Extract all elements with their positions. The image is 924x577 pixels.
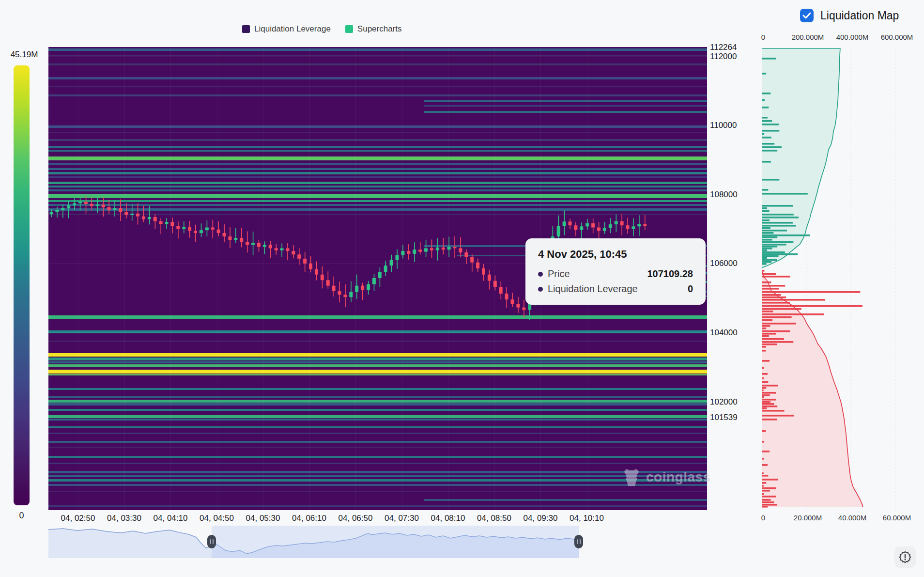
colorbar-max-label: 45.19M — [5, 50, 44, 60]
y-axis-price-label: 104000 — [710, 328, 744, 338]
navigator-selected-range[interactable] — [212, 526, 579, 558]
tooltip-timestamp: 4 Nov 2025, 10:45 — [538, 248, 693, 261]
liqmap-top-axis-label: 600.000M — [881, 33, 913, 41]
x-axis-time-label: 04, 04:10 — [154, 514, 188, 523]
navigator-handle-left[interactable] — [207, 535, 216, 548]
y-axis-price-label: 112000 — [710, 52, 744, 62]
bullet-icon — [538, 272, 543, 277]
y-axis-price-label: 106000 — [710, 259, 744, 268]
chart-legend: Liquidation Leverage Supercharts — [242, 24, 402, 34]
y-axis-price-label: 112264 — [710, 43, 744, 52]
legend-item-supercharts[interactable]: Supercharts — [345, 24, 402, 34]
liqmap-bottom-axis-label: 0 — [761, 514, 765, 522]
alert-badge-icon — [899, 551, 911, 563]
liqmap-top-axis-label: 0 — [761, 33, 765, 41]
checkbox-checked-icon[interactable] — [800, 9, 814, 22]
chart-tooltip: 4 Nov 2025, 10:45 Price 107109.28 Liquid… — [525, 238, 706, 305]
liquidation-map-toggle[interactable]: Liquidation Map — [800, 9, 899, 22]
liqmap-top-axis-label: 200.000M — [792, 33, 824, 41]
x-axis-time-label: 04, 06:10 — [292, 514, 326, 523]
legend-label: Liquidation Leverage — [254, 24, 331, 34]
watermark-text: coinglass — [646, 469, 711, 485]
x-axis-time-label: 04, 03:30 — [107, 514, 141, 523]
range-navigator[interactable] — [48, 526, 579, 558]
x-axis-time-label: 04, 07:30 — [385, 514, 419, 523]
liqmap-bottom-axis-label: 20.000M — [794, 514, 822, 522]
legend-swatch-green — [345, 25, 353, 33]
coinglass-bear-logo-icon — [621, 467, 642, 488]
y-axis-price-label: 110000 — [710, 121, 744, 130]
tooltip-row-liquidation-leverage: Liquidation Leverage 0 — [538, 283, 693, 295]
legend-item-liquidation-leverage[interactable]: Liquidation Leverage — [242, 24, 331, 34]
y-axis-price-label: 102000 — [710, 397, 744, 407]
x-axis-time-label: 04, 09:30 — [524, 514, 558, 523]
x-axis-time-label: 04, 05:30 — [246, 514, 280, 523]
liquidation-map-chart[interactable] — [762, 47, 924, 510]
colorbar-gradient — [14, 65, 30, 505]
x-axis-time-label: 04, 08:10 — [431, 514, 465, 523]
bullet-icon — [538, 287, 543, 292]
x-axis-time-label: 04, 10:10 — [570, 514, 604, 523]
coinglass-watermark: coinglass — [621, 467, 711, 488]
liquidation-map-label: Liquidation Map — [820, 9, 899, 22]
y-axis-price-label: 101539 — [710, 413, 744, 422]
x-axis-time-label: 04, 04:50 — [200, 514, 234, 523]
tooltip-row-price: Price 107109.28 — [538, 268, 693, 280]
x-axis-time-label: 04, 08:50 — [477, 514, 511, 523]
liqmap-bottom-axis-label: 40.000M — [838, 514, 866, 522]
colorbar-min-label: 0 — [14, 511, 30, 521]
liqmap-top-axis-label: 400.000M — [836, 33, 869, 41]
x-axis-time-label: 04, 06:50 — [339, 514, 373, 523]
x-axis-time-label: 04, 02:50 — [61, 514, 95, 523]
alert-badge-button[interactable] — [894, 546, 916, 568]
y-axis-price-label: 108000 — [710, 190, 744, 200]
legend-label: Supercharts — [357, 24, 402, 34]
legend-swatch-purple — [242, 25, 250, 33]
navigator-handle-right[interactable] — [574, 535, 583, 548]
liqmap-bottom-axis-label: 60.000M — [883, 514, 911, 522]
